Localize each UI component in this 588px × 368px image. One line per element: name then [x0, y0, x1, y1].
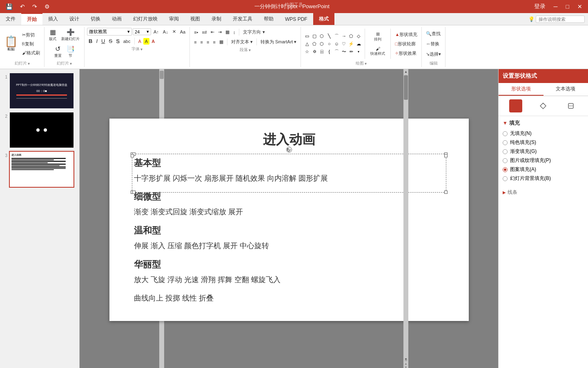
tab-slideshow[interactable]: 幻灯片放映 — [127, 13, 163, 25]
pattern-fill-option[interactable]: 图案填充(A) — [503, 166, 584, 173]
text-direction-button[interactable]: 文字方向 ▾ — [241, 28, 266, 36]
shadow-button[interactable]: S — [114, 37, 121, 45]
select-button[interactable]: ↘ 选择 ▾ — [424, 50, 443, 58]
shape-snip-rect[interactable]: ⬡ — [318, 32, 325, 40]
selected-text-block[interactable]: ↻ 基本型 十字形扩展 闪烁一次 扇形展开 随机效果 向内溶解 圆形扩展 — [134, 157, 444, 191]
strikethrough-button[interactable]: S — [107, 37, 114, 45]
tab-format[interactable]: 格式 — [313, 13, 334, 25]
char-spacing-button[interactable]: abc — [122, 38, 132, 45]
shape-fill-button[interactable]: ▲ 形状填充 — [393, 30, 419, 39]
shape-heart[interactable]: ♡ — [340, 40, 347, 47]
shape-triangle[interactable]: △ — [303, 40, 311, 47]
cut-button[interactable]: ✂ 剪切 — [20, 31, 42, 39]
increase-font-size-button[interactable]: A↑ — [152, 28, 160, 36]
italic-button[interactable]: I — [94, 37, 99, 45]
shape-freeform[interactable]: ✏ — [347, 48, 355, 55]
handle-tl[interactable] — [131, 153, 134, 156]
solid-fill-option[interactable]: 纯色填充(S) — [503, 139, 584, 146]
decrease-indent-button[interactable]: ⇤ — [209, 28, 216, 36]
shape-connector[interactable]: ⌒ — [333, 32, 340, 40]
tab-insert[interactable]: 插入 — [42, 13, 64, 25]
quick-styles-button[interactable]: 🖌 快速样式 — [368, 45, 388, 58]
tab-animation[interactable]: 动画 — [106, 13, 127, 25]
shape-circle[interactable]: ○ — [325, 40, 333, 47]
bold-button[interactable]: B — [87, 37, 94, 45]
login-button[interactable]: 登录 — [532, 2, 548, 11]
tab-developer[interactable]: 开发工具 — [227, 13, 258, 25]
shape-rect[interactable]: ▭ — [303, 32, 311, 40]
tab-file[interactable]: 文件 — [0, 13, 21, 25]
tab-record[interactable]: 录制 — [206, 13, 227, 25]
shape-outline-button[interactable]: □ 形状轮廓 — [393, 40, 419, 48]
fill-section-header[interactable]: ▼ 填充 — [503, 119, 584, 127]
text-case-button[interactable]: Aa — [178, 28, 187, 36]
copy-button[interactable]: ⎘ 复制 — [20, 40, 42, 48]
rotate-handle[interactable]: ↻ — [286, 147, 292, 153]
undo-button[interactable]: ↶ — [18, 2, 27, 11]
new-slide-button[interactable]: ➕ 新建幻灯片 — [59, 28, 82, 43]
picture-fill-option[interactable]: 图片或纹理填充(P) — [503, 157, 584, 164]
shape-banner1[interactable]: ⌸ — [318, 48, 325, 55]
shape-pentagon[interactable]: ⬠ — [311, 40, 318, 47]
shape-wave[interactable]: 〜 — [340, 48, 347, 55]
shape-6star[interactable]: ✡ — [311, 48, 318, 55]
align-right-button[interactable]: ≡ — [205, 38, 211, 46]
scroll-thumb-left[interactable] — [160, 71, 164, 79]
replace-button[interactable]: ↔ 替换 — [424, 40, 443, 48]
tab-help[interactable]: 帮助 — [258, 13, 279, 25]
handle-bl[interactable] — [131, 191, 134, 194]
shape-trapezoid[interactable]: ⬠ — [347, 32, 355, 40]
scroll-up-button[interactable]: ▲ — [403, 69, 408, 74]
tab-view[interactable]: 视图 — [185, 13, 206, 25]
shape-options-tab[interactable]: 形状选项 — [499, 83, 543, 96]
redo-button[interactable]: ↷ — [30, 2, 40, 11]
line-spacing-button[interactable]: ↕ — [232, 29, 237, 36]
underline-button[interactable]: U — [100, 37, 107, 45]
arrange-button[interactable]: ⊞ 排列 — [368, 30, 388, 43]
search-input[interactable] — [536, 16, 585, 23]
handle-tm[interactable] — [132, 153, 136, 156]
section-button[interactable]: 📑 节 — [65, 45, 77, 60]
line-section-header[interactable]: ▶ 线条 — [503, 189, 584, 196]
layout-button[interactable]: ▦ 版式 — [47, 28, 58, 43]
slide-bg-fill-option[interactable]: 幻灯片背景填充(B) — [503, 175, 584, 182]
paste-button[interactable]: 📋 粘贴 — [2, 35, 20, 53]
shape-rounded-rect[interactable]: ▢ — [311, 32, 318, 40]
no-fill-option[interactable]: 无填充(N) — [503, 130, 584, 137]
shape-icon-button[interactable] — [537, 99, 550, 112]
align-left-button[interactable]: ≡ — [192, 38, 198, 46]
text-options-tab[interactable]: 文本选项 — [543, 83, 588, 96]
shape-brace[interactable]: { — [325, 48, 333, 55]
shape-arrow[interactable]: → — [340, 32, 347, 40]
handle-ml[interactable] — [131, 154, 134, 157]
format-painter-button[interactable]: 🖌 格式刷 — [20, 49, 42, 57]
convert-smartart-button[interactable]: 转换为 SmartArt ▾ — [259, 38, 298, 46]
bullets-button[interactable]: ≡• — [192, 29, 200, 36]
tab-review[interactable]: 审阅 — [163, 13, 185, 25]
font-size-selector[interactable]: 24 ▾ — [133, 28, 151, 35]
handle-mr[interactable] — [444, 154, 448, 157]
columns-button[interactable]: ▦ — [224, 28, 231, 36]
handle-br[interactable] — [444, 191, 448, 194]
tab-wpspdf[interactable]: WPS PDF — [279, 13, 313, 25]
tab-transition[interactable]: 切换 — [85, 13, 106, 25]
shape-effects-button[interactable]: ✧ 形状效果 — [393, 49, 419, 58]
shape-arc[interactable]: ⌒ — [333, 48, 340, 55]
font-color-button[interactable]: A — [137, 38, 143, 45]
shape-more[interactable]: ▾ — [355, 48, 362, 55]
slide-thumbnail-3[interactable]: 3 进入动画 — [2, 151, 78, 188]
save-button[interactable]: 💾 — [3, 2, 15, 11]
slide-thumbnail-1[interactable]: 1 PPT制作一分钟倒计时特效魔老电脑营盘 00：0■ — [2, 72, 78, 109]
decrease-font-size-button[interactable]: A↓ — [161, 28, 170, 36]
handle-tr[interactable] — [444, 153, 448, 156]
gradient-fill-option[interactable]: 渐变填充(G) — [503, 148, 584, 155]
numbered-button[interactable]: ≡# — [200, 29, 209, 36]
close-button[interactable]: ✕ — [575, 2, 585, 11]
shape-diamond[interactable]: ◇ — [355, 32, 362, 40]
text-effect-button[interactable]: A — [150, 38, 156, 45]
align-text-button[interactable]: 对齐文本 ▾ — [229, 38, 254, 46]
find-button[interactable]: 🔍 查找 — [424, 29, 443, 38]
customize-button[interactable]: ⚙ — [42, 2, 52, 11]
tab-home[interactable]: 开始 — [21, 13, 42, 25]
scroll-thumb[interactable] — [404, 75, 408, 100]
